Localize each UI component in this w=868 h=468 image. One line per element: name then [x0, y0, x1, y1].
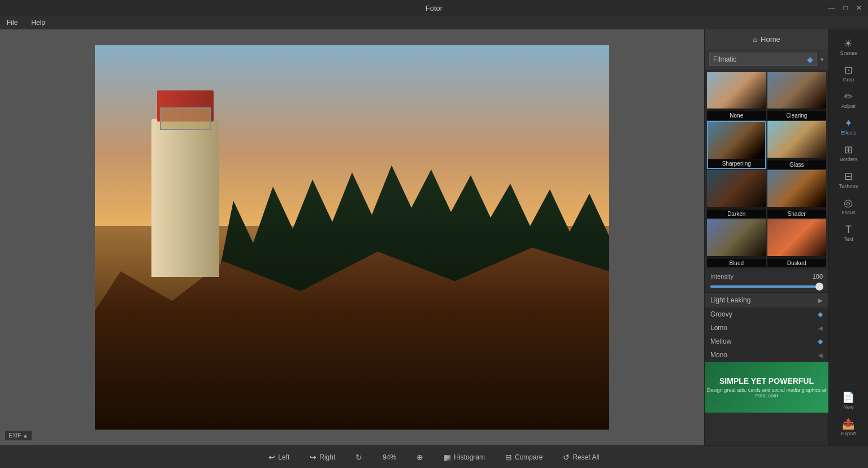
exif-label: EXIF ▲ — [8, 432, 28, 439]
category-diamond-groovy: ◆ — [818, 310, 823, 318]
ad-main-text: SIMPLE YET POWERFUL — [705, 376, 828, 387]
new-icon: 📄 — [842, 392, 854, 402]
filter-thumb-img-clearing — [767, 72, 827, 109]
filter-thumb-label-glass: Glass — [767, 161, 827, 169]
flip-icon: ↻ — [355, 453, 362, 462]
flip-button[interactable]: ↻ — [351, 450, 367, 464]
filter-thumb-blued[interactable]: Blued — [707, 219, 766, 267]
category-lomo[interactable]: Lomo◀ — [705, 321, 828, 335]
rail-label-adjust: Adjust — [841, 103, 856, 109]
filter-thumb-shader[interactable]: Shader — [767, 170, 827, 218]
intensity-value: 100 — [813, 273, 823, 280]
home-button[interactable]: ⌂ Home — [705, 29, 828, 49]
filter-thumb-none[interactable]: None — [707, 72, 766, 120]
zoom-value: 94% — [383, 453, 396, 461]
adjust-icon: ✏ — [844, 92, 853, 102]
right-sidebar: ⌂ Home Filmatic ◆ ▾ NoneClearingSharpeni… — [704, 29, 828, 445]
borders-icon: ⊞ — [844, 145, 853, 155]
intensity-label: Intensity — [710, 273, 808, 280]
zoom-button[interactable]: ⊕ — [412, 450, 428, 464]
lighthouse-building — [151, 119, 219, 277]
reset-all-button[interactable]: ↺ Reset All — [558, 450, 604, 464]
filter-thumb-clearing[interactable]: Clearing — [767, 72, 827, 120]
menu-file[interactable]: File — [5, 18, 20, 28]
text-icon: T — [845, 224, 852, 235]
category-arrow-lomo: ◀ — [818, 325, 823, 331]
rail-item-crop[interactable]: ⊡Crop — [836, 60, 860, 87]
menu-help[interactable]: Help — [29, 18, 47, 28]
intensity-slider-track[interactable] — [710, 285, 823, 288]
rail-item-text[interactable]: TText — [836, 220, 860, 246]
rail-item-effects[interactable]: ✦Effects — [836, 114, 860, 140]
rail-bottom-items: 📄New📤Export — [839, 388, 858, 441]
window-controls[interactable]: — □ ✕ — [827, 3, 863, 12]
filter-dropdown-label: Filmatic — [713, 55, 736, 63]
rail-item-borders[interactable]: ⊞Borders — [836, 140, 860, 167]
category-groovy[interactable]: Groovy◆ — [705, 307, 828, 321]
intensity-slider-container[interactable] — [705, 283, 828, 292]
filter-thumb-label-sharpening: Sharpening — [708, 159, 765, 168]
effects-icon: ✦ — [844, 118, 853, 128]
rail-label-crop: Crop — [843, 77, 854, 83]
rotate-right-button[interactable]: ↪ Right — [305, 450, 340, 464]
close-button[interactable]: ✕ — [854, 3, 863, 12]
lighthouse-light — [160, 107, 211, 130]
reset-all-label: Reset All — [572, 453, 599, 461]
scenes-icon: ☀ — [844, 38, 853, 49]
rail-bottom: 📄New📤Export — [829, 382, 868, 445]
rail-item-textures[interactable]: ⊟Textures — [836, 167, 860, 193]
intensity-slider-thumb[interactable] — [815, 283, 823, 291]
filter-thumb-label-blued: Blued — [707, 259, 766, 267]
minimize-button[interactable]: — — [827, 3, 836, 12]
filter-dropdown-arrow[interactable]: ▾ — [821, 56, 824, 63]
filter-dropdown-row: Filmatic ◆ ▾ — [705, 49, 828, 70]
light-leaking-section-header[interactable]: Light Leaking ▶ — [705, 292, 828, 307]
rail-item-focus[interactable]: ◎Focus — [836, 193, 860, 220]
textures-icon: ⊟ — [844, 171, 853, 181]
rotate-right-label: Right — [319, 453, 335, 461]
home-icon: ⌂ — [753, 35, 757, 44]
maximize-button[interactable]: □ — [841, 3, 850, 12]
filter-thumb-img-darken — [707, 170, 766, 207]
rotate-left-icon: ↩ — [268, 453, 275, 462]
rotate-left-button[interactable]: ↩ Left — [264, 450, 294, 464]
filter-dropdown[interactable]: Filmatic ◆ — [709, 53, 817, 66]
category-mellow[interactable]: Mellow◆ — [705, 335, 828, 348]
compare-button[interactable]: ⊟ Compare — [501, 450, 547, 464]
histogram-button[interactable]: ▦ Histogram — [439, 450, 489, 464]
filter-thumb-glass[interactable]: Glass — [767, 121, 827, 169]
filter-thumb-label-shader: Shader — [767, 210, 827, 218]
intensity-slider-fill — [710, 285, 823, 288]
zoom-display: 94% — [378, 451, 401, 463]
filter-grid: NoneClearingSharpeningGlassDarkenShaderB… — [705, 70, 828, 270]
filter-thumb-label-clearing: Clearing — [767, 111, 827, 120]
category-label-mono: Mono — [710, 351, 727, 359]
rail-divider — [837, 384, 860, 384]
sidebar-scroll[interactable]: Filmatic ◆ ▾ NoneClearingSharpeningGlass… — [705, 49, 828, 445]
rail-item-export[interactable]: 📤Export — [839, 414, 858, 441]
filter-thumb-dusked[interactable]: Dusked — [767, 219, 827, 267]
rail-label-scenes: Scenes — [840, 50, 857, 56]
filter-thumb-darken[interactable]: Darken — [707, 170, 766, 218]
exif-badge[interactable]: EXIF ▲ — [5, 430, 32, 441]
category-arrow-mono: ◀ — [818, 352, 823, 358]
rail-item-adjust[interactable]: ✏Adjust — [836, 87, 860, 114]
category-diamond-mellow: ◆ — [818, 337, 823, 345]
ad-banner[interactable]: SIMPLE YET POWERFUL Design great ads, ca… — [705, 362, 828, 413]
zoom-icon: ⊕ — [416, 453, 423, 462]
category-mono[interactable]: Mono◀ — [705, 348, 828, 362]
rail-item-new[interactable]: 📄New — [839, 388, 858, 414]
filter-thumb-img-blued — [707, 219, 766, 256]
category-label-mellow: Mellow — [710, 337, 731, 345]
filter-thumb-sharpening[interactable]: Sharpening — [707, 121, 766, 169]
filter-thumb-img-sharpening — [708, 122, 765, 159]
filter-thumb-label-none: None — [707, 111, 766, 120]
main-content: EXIF ▲ ⌂ Home Filmatic ◆ ▾ NoneClearingS… — [0, 29, 868, 445]
rail-label-textures: Textures — [839, 183, 858, 189]
title-bar: Fotor — □ ✕ — [0, 0, 868, 16]
category-label-lomo: Lomo — [710, 324, 727, 332]
bottom-toolbar: ↩ Left ↪ Right ↻ 94% ⊕ ▦ Histogram ⊟ Com… — [0, 445, 868, 468]
rail-item-scenes[interactable]: ☀Scenes — [836, 34, 860, 60]
category-label-groovy: Groovy — [710, 310, 732, 318]
focus-icon: ◎ — [844, 198, 853, 208]
